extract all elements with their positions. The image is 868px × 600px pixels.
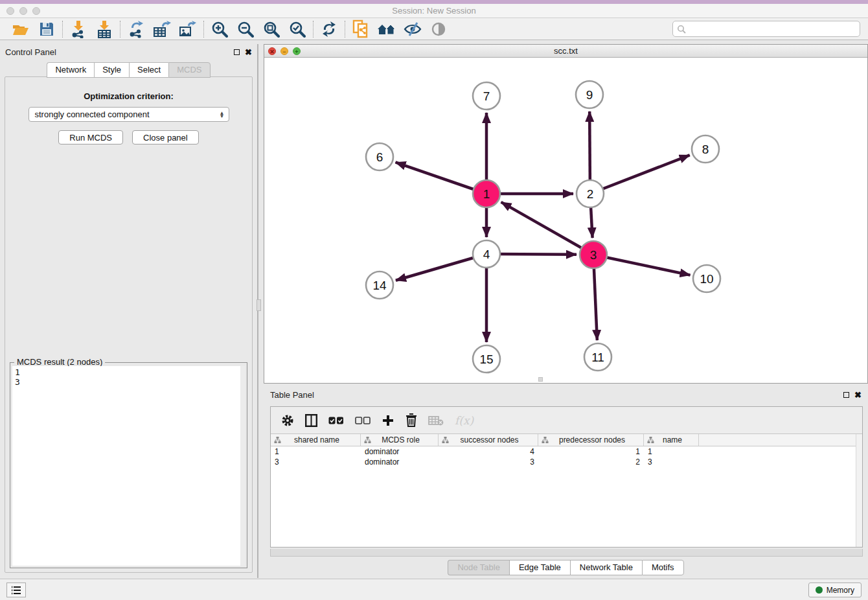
zoom-out-icon[interactable] [236,20,255,38]
table-scrollbar[interactable] [856,434,862,547]
column-tree-icon [542,437,549,444]
node-label-14: 14 [372,279,387,292]
panel-divider-handle[interactable] [257,299,261,311]
tab-network-table[interactable]: Network Table [570,560,642,575]
select-all-columns-icon[interactable] [328,417,344,424]
delete-table-icon [428,415,444,426]
toolbar-search-input[interactable] [672,21,860,37]
tab-select[interactable]: Select [129,62,168,78]
node-label-2: 2 [587,187,594,201]
network-window-titlebar[interactable]: ✕ − + scc.txt [264,45,867,58]
export-table-icon[interactable] [152,20,172,38]
column-header-successor-nodes[interactable]: successor nodes [439,434,538,446]
task-history-button[interactable] [6,583,26,597]
zoom-selected-icon[interactable] [288,20,307,38]
save-session-icon[interactable] [37,20,56,38]
network-minimize-icon[interactable]: − [280,47,288,55]
network-close-icon[interactable]: ✕ [268,47,276,55]
export-network-icon[interactable] [126,20,146,38]
criterion-dropdown[interactable]: strongly connected component ▲▼ [29,107,229,122]
hide-panel-eye-icon[interactable] [403,20,422,38]
split-columns-icon[interactable] [305,414,317,427]
column-tree-icon [647,437,654,444]
control-panel-title: Control Panel [5,47,56,57]
function-builder-icon: f(x) [455,414,474,427]
float-table-panel-icon[interactable] [843,392,849,398]
zoom-fit-icon[interactable] [262,20,281,38]
cell-name[interactable]: 3 [644,457,699,467]
node-label-8: 8 [702,143,709,156]
tab-network[interactable]: Network [47,62,94,78]
show-panel-eye-icon[interactable] [429,20,448,38]
table-settings-gear-icon[interactable] [281,414,294,427]
memory-button[interactable]: Memory [808,583,862,597]
node-table[interactable]: shared nameMCDS rolesuccessor nodesprede… [271,434,856,467]
add-row-icon[interactable] [382,414,394,427]
node-label-4: 4 [483,248,490,261]
tab-motifs[interactable]: Motifs [642,560,684,575]
network-maximize-icon[interactable]: + [293,47,301,55]
zoom-in-icon[interactable] [210,20,229,38]
column-tree-icon [274,437,281,444]
cell-predecessor-nodes[interactable]: 2 [538,457,644,467]
import-table-icon[interactable] [95,20,114,38]
cell-predecessor-nodes[interactable]: 1 [538,446,644,457]
network-window-title: scc.txt [264,45,867,58]
search-icon [677,25,686,34]
criterion-value: strongly connected component [35,110,150,119]
close-table-panel-icon[interactable]: ✖ [854,392,862,398]
node-label-9: 9 [586,88,593,102]
home-layout-icon[interactable] [377,20,396,38]
memory-status-icon [816,586,823,594]
result-scrollbar[interactable] [240,366,245,566]
network-graph[interactable]: 7968124314101511 [264,58,867,383]
delete-row-trash-icon[interactable] [405,413,417,427]
clear-columns-icon[interactable] [355,417,371,424]
edge-3-10[interactable] [593,255,691,275]
table-header-row: shared nameMCDS rolesuccessor nodesprede… [271,434,856,446]
column-tree-icon [364,437,371,444]
tab-node-table[interactable]: Node Table [448,560,509,575]
main-toolbar [0,18,868,40]
close-panel-icon[interactable]: ✖ [245,49,252,55]
mcds-result-group: MCDS result (2 nodes) 1 3 [10,362,247,568]
cell-successor-nodes[interactable]: 4 [439,446,538,457]
column-header-predecessor-nodes[interactable]: predecessor nodes [538,434,644,446]
network-canvas[interactable]: 7968124314101511 [264,58,867,383]
cell-shared-name[interactable]: 3 [271,457,361,467]
float-panel-icon[interactable] [234,49,240,55]
table-hscroll-strip[interactable] [270,549,863,557]
control-panel: Control Panel ✖ NetworkStyleSelectMCDS O… [0,44,257,578]
edge-2-8[interactable] [590,155,690,194]
tab-edge-table[interactable]: Edge Table [509,560,570,575]
cell-successor-nodes[interactable]: 3 [439,457,538,467]
refresh-layout-icon[interactable] [319,20,339,38]
network-resize-grip[interactable] [538,377,543,382]
column-header-MCDS-role[interactable]: MCDS role [361,434,439,446]
cell-shared-name[interactable]: 1 [271,446,361,457]
table-row[interactable]: 1dominator411 [271,446,856,457]
panel-divider[interactable] [257,44,258,578]
mcds-result-textarea[interactable]: 1 3 [12,366,245,566]
network-view-window: ✕ − + scc.txt 7968124314101511 [264,44,868,384]
column-header-name[interactable]: name [644,434,699,446]
edge-3-1[interactable] [501,202,593,255]
column-header-shared-name[interactable]: shared name [271,434,361,446]
tab-mcds[interactable]: MCDS [168,62,210,78]
clone-network-icon[interactable] [351,20,371,38]
import-network-icon[interactable] [69,20,88,38]
table-panel: Table Panel ✖ [264,387,868,577]
status-bar: Memory [0,579,868,600]
table-toolbar: f(x) [271,407,862,434]
run-mcds-button[interactable]: Run MCDS [58,130,123,144]
cell-name[interactable]: 1 [644,446,699,457]
column-tree-icon [442,437,449,444]
export-image-icon[interactable] [178,20,198,38]
close-panel-button[interactable]: Close panel [132,130,199,144]
cell-MCDS-role[interactable]: dominator [361,457,439,467]
table-row[interactable]: 3dominator323 [271,457,856,467]
app-titlebar: Session: New Session [0,4,868,18]
open-session-icon[interactable] [11,20,30,38]
cell-MCDS-role[interactable]: dominator [361,446,439,457]
tab-style[interactable]: Style [94,62,129,78]
